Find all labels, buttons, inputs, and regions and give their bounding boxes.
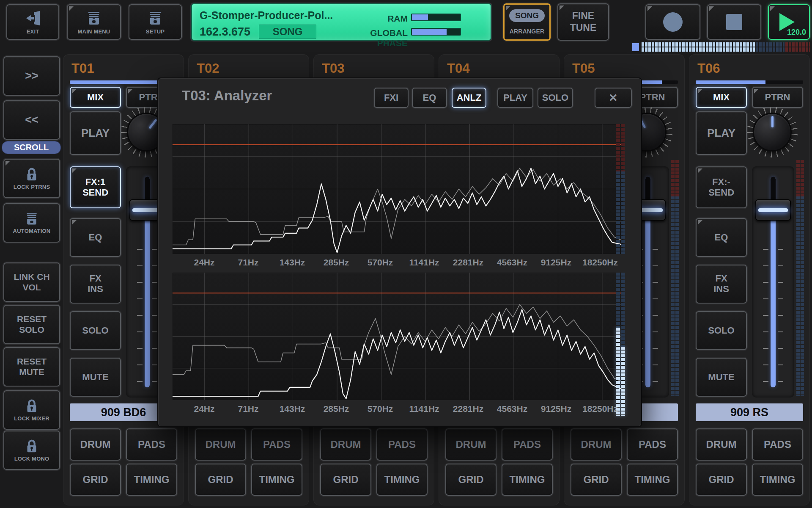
spectrum-curve-current xyxy=(173,309,623,399)
exit-button[interactable]: EXIT xyxy=(6,4,59,40)
scroll-mode-badge[interactable]: SCROLL xyxy=(2,141,61,154)
pads-button[interactable]: PADS xyxy=(126,428,177,461)
drum-button[interactable]: DRUM xyxy=(445,428,497,461)
timing-button[interactable]: TIMING xyxy=(251,464,302,496)
mute-button[interactable]: MUTE xyxy=(696,358,747,397)
drum-button[interactable]: DRUM xyxy=(320,428,371,461)
mix-label: MIX xyxy=(87,92,104,103)
spectrum-plot-lower xyxy=(173,273,623,400)
pads-label: PADS xyxy=(388,439,416,450)
fader-panel xyxy=(752,166,794,398)
grid-button[interactable]: GRID xyxy=(195,464,246,496)
fader-ticks xyxy=(763,249,768,391)
reset-solo-button[interactable]: RESET SOLO xyxy=(3,305,60,344)
frequency-tick-label: 570Hz xyxy=(358,257,402,268)
frequency-tick-label: 71Hz xyxy=(226,257,270,268)
frequency-tick-label: 1141Hz xyxy=(402,257,446,268)
dialog-fxi-button[interactable]: FXI xyxy=(374,88,409,108)
anlz-label: ANLZ xyxy=(457,92,482,103)
play-label: PLAY xyxy=(707,127,735,139)
fx-ins-button[interactable]: FXINS xyxy=(696,265,747,304)
pads-label: PADS xyxy=(639,439,666,450)
frequency-tick-label: 2281Hz xyxy=(446,257,490,268)
dialog-level-meter-lower xyxy=(616,273,625,416)
mute-button[interactable]: MUTE xyxy=(70,358,121,397)
fader-handle[interactable] xyxy=(755,199,791,221)
frequency-tick-label: 143Hz xyxy=(270,404,314,414)
app-root: EXIT MAIN MENU SETUP G-Stomper-Producer-… xyxy=(0,0,812,508)
grid-button[interactable]: GRID xyxy=(445,464,497,496)
fader-ticks xyxy=(653,249,658,391)
track-play-button[interactable]: PLAY xyxy=(696,111,747,155)
automation-button[interactable]: AUTOMATION xyxy=(3,203,60,243)
timing-button[interactable]: TIMING xyxy=(627,464,678,496)
track-name-label: 909 RS xyxy=(696,403,803,421)
lock-mono-button[interactable]: LOCK MONO xyxy=(3,431,60,470)
scroll-left-button[interactable]: << xyxy=(3,100,60,140)
pads-label: PADS xyxy=(263,439,291,450)
pads-button[interactable]: PADS xyxy=(376,428,428,461)
timing-button[interactable]: TIMING xyxy=(502,464,553,496)
lock-mixer-button[interactable]: LOCK MIXER xyxy=(3,390,60,430)
fx-send-button[interactable]: FX:-SEND xyxy=(696,166,747,208)
mix-label: MIX xyxy=(713,92,730,103)
grid-button[interactable]: GRID xyxy=(320,464,371,496)
grid-label: GRID xyxy=(83,474,108,486)
reset-mute-button[interactable]: RESET MUTE xyxy=(3,347,60,387)
drum-button[interactable]: DRUM xyxy=(571,428,622,461)
solo-button[interactable]: SOLO xyxy=(70,311,121,350)
drum-label: DRUM xyxy=(80,439,111,450)
ptrn-button[interactable]: PTRN xyxy=(752,87,803,108)
grid-label: GRID xyxy=(584,474,609,486)
grid-button[interactable]: GRID xyxy=(70,464,121,496)
frequency-tick-label: 1141Hz xyxy=(402,404,446,414)
pads-label: PADS xyxy=(764,439,791,450)
fx-ins-label: FXINS xyxy=(88,273,103,294)
drum-button[interactable]: DRUM xyxy=(696,428,747,461)
frequency-tick-label: 4563Hz xyxy=(490,404,534,414)
dialog-anlz-button[interactable]: ANLZ xyxy=(452,88,486,108)
timing-button[interactable]: TIMING xyxy=(376,464,428,496)
pads-button[interactable]: PADS xyxy=(251,428,302,461)
fx-ins-button[interactable]: FXINS xyxy=(70,265,121,304)
mix-button[interactable]: MIX xyxy=(696,87,747,108)
dialog-solo-button[interactable]: SOLO xyxy=(538,88,573,108)
exit-label: EXIT xyxy=(27,28,39,35)
play-label: PLAY xyxy=(81,127,110,139)
track-title: T06 xyxy=(697,61,720,76)
lock-patterns-button[interactable]: LOCK PTRNS xyxy=(3,159,60,198)
mix-button[interactable]: MIX xyxy=(70,87,121,108)
dialog-play-button[interactable]: PLAY xyxy=(497,88,533,108)
timing-button[interactable]: TIMING xyxy=(126,464,177,496)
drum-label: DRUM xyxy=(456,439,486,450)
volume-knob[interactable] xyxy=(747,107,798,157)
timing-label: TIMING xyxy=(510,474,545,486)
channel-level-meter xyxy=(671,160,679,396)
grid-button[interactable]: GRID xyxy=(696,464,747,496)
drum-button[interactable]: DRUM xyxy=(70,428,121,461)
drum-button[interactable]: DRUM xyxy=(195,428,246,461)
timing-button[interactable]: TIMING xyxy=(752,464,803,496)
close-icon: ✕ xyxy=(609,91,618,105)
dialog-close-button[interactable]: ✕ xyxy=(595,88,632,108)
pads-button[interactable]: PADS xyxy=(752,428,803,461)
solo-button[interactable]: SOLO xyxy=(696,311,747,350)
play-label: PLAY xyxy=(503,92,527,103)
dialog-level-meter-upper xyxy=(616,124,625,254)
track-title: T05 xyxy=(572,61,595,76)
pattern-progress-bar xyxy=(696,80,803,84)
pads-button[interactable]: PADS xyxy=(502,428,553,461)
pads-button[interactable]: PADS xyxy=(627,428,678,461)
fx-send-button[interactable]: FX:1SEND xyxy=(70,166,121,208)
link-channel-volume-button[interactable]: LINK CH VOL xyxy=(3,262,60,302)
track-play-button[interactable]: PLAY xyxy=(70,111,121,155)
eq-label: EQ xyxy=(715,232,728,243)
scroll-right-button[interactable]: >> xyxy=(3,56,60,96)
grid-button[interactable]: GRID xyxy=(571,464,622,496)
eq-button[interactable]: EQ xyxy=(696,218,747,257)
automation-label: AUTOMATION xyxy=(13,228,51,235)
drum-label: DRUM xyxy=(706,439,737,450)
dialog-eq-button[interactable]: EQ xyxy=(412,88,447,108)
eq-button[interactable]: EQ xyxy=(70,218,121,257)
grid-label: GRID xyxy=(709,474,734,486)
